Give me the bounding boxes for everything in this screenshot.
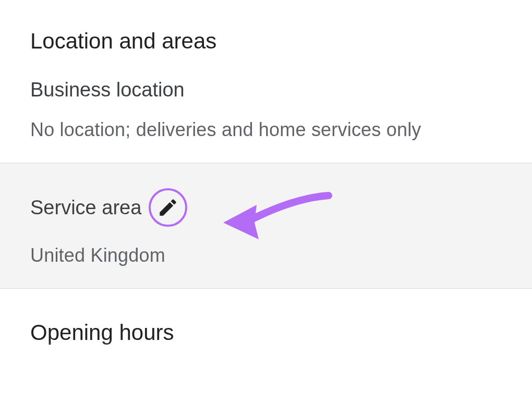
- business-location-section[interactable]: Business location No location; deliverie…: [0, 54, 532, 163]
- opening-hours-section[interactable]: Opening hours: [0, 289, 532, 345]
- service-area-section[interactable]: Service area United Kingdom: [0, 163, 532, 289]
- opening-hours-heading: Opening hours: [30, 320, 502, 345]
- business-location-heading: Business location: [30, 79, 185, 101]
- page-title: Location and areas: [0, 0, 532, 54]
- pencil-icon: [157, 197, 179, 218]
- business-location-value: No location; deliveries and home service…: [30, 119, 502, 141]
- edit-service-area-button[interactable]: [149, 188, 187, 227]
- service-area-heading: Service area: [30, 197, 141, 219]
- fade-overlay: [0, 339, 532, 402]
- service-area-value: United Kingdom: [30, 245, 502, 266]
